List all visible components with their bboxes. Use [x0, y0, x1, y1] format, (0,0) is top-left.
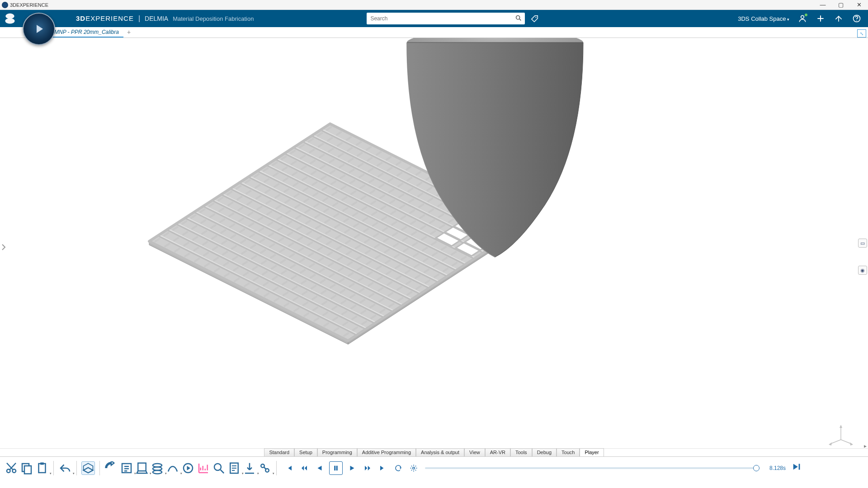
status-badge-icon — [805, 14, 807, 16]
skip-start-icon[interactable] — [283, 462, 295, 474]
section-tab-debug[interactable]: Debug — [532, 448, 557, 456]
play-icon — [37, 25, 43, 33]
ds-logo-icon — [3, 11, 17, 26]
collapse-panel-icon[interactable]: ⤡ — [857, 29, 866, 38]
section-tab-view[interactable]: View — [464, 448, 485, 456]
step-back-icon[interactable] — [298, 462, 310, 474]
tree-expand-handle[interactable] — [1, 238, 6, 256]
section-tab-analysis-output[interactable]: Analysis & output — [416, 448, 464, 456]
section-tab-standard[interactable]: Standard — [264, 448, 294, 456]
separator — [276, 461, 277, 475]
settings-icon[interactable] — [408, 462, 420, 474]
svg-point-2 — [536, 17, 537, 18]
play-reverse-icon[interactable] — [314, 462, 326, 474]
analysis-icon[interactable] — [197, 461, 210, 475]
compass-button[interactable] — [23, 13, 55, 45]
search-input[interactable] — [367, 15, 512, 22]
brand-app-name: Material Deposition Fabrication — [173, 15, 254, 22]
brand-delmia: DELMIA — [145, 15, 168, 22]
time-slider[interactable] — [425, 467, 760, 469]
side-tool-1[interactable]: ▭ — [858, 239, 867, 248]
add-icon[interactable] — [816, 14, 826, 23]
svg-line-1 — [519, 19, 521, 20]
brand-label: 3DEXPERIENCE | DELMIA Material Depositio… — [76, 14, 254, 23]
section-tab-ar-vr[interactable]: AR-VR — [485, 448, 510, 456]
svg-marker-470 — [840, 425, 842, 428]
share-icon[interactable] — [834, 14, 844, 23]
tab-add-button[interactable]: + — [123, 27, 134, 38]
export-icon[interactable] — [243, 461, 256, 475]
slicing-icon[interactable] — [151, 461, 164, 475]
pause-button[interactable] — [329, 461, 343, 475]
search-box[interactable] — [367, 13, 525, 24]
svg-point-483 — [153, 470, 162, 474]
window-maximize-button[interactable]: ▢ — [832, 1, 850, 8]
section-tabs: StandardSetupProgrammingAdditive Program… — [0, 448, 868, 456]
tag-icon[interactable] — [528, 14, 539, 23]
svg-rect-476 — [24, 466, 31, 474]
svg-point-7 — [856, 20, 857, 21]
play-forward-icon[interactable] — [346, 462, 358, 474]
copy-icon[interactable] — [20, 461, 33, 475]
user-profile-icon[interactable] — [797, 14, 807, 23]
svg-marker-472 — [829, 442, 832, 446]
paste-icon[interactable] — [35, 461, 49, 475]
orientation-triad[interactable] — [827, 424, 854, 446]
collab-space-dropdown[interactable]: 3DS Collab Space — [738, 15, 789, 22]
section-tab-touch[interactable]: Touch — [557, 448, 580, 456]
header-right: 3DS Collab Space — [738, 14, 868, 23]
tab-active-document[interactable]: MNP - PPR 20mm_Calibra — [50, 27, 123, 38]
simulate-icon[interactable] — [181, 461, 195, 475]
section-tab-tools[interactable]: Tools — [510, 448, 532, 456]
action-bar: 8.128s — [0, 456, 868, 479]
svg-rect-480 — [138, 463, 146, 471]
side-tool-2[interactable]: ◉ — [858, 266, 867, 275]
toolpath-icon[interactable] — [166, 461, 179, 475]
svg-rect-492 — [336, 465, 338, 470]
refresh-icon[interactable] — [104, 461, 118, 475]
svg-rect-478 — [40, 462, 44, 465]
brand-experience: EXPERIENCE — [85, 14, 134, 22]
viewport-3d[interactable]: ▭ ◉ ▸ — [0, 38, 868, 456]
svg-line-487 — [221, 469, 224, 473]
right-side-tools: ▭ ◉ — [858, 239, 867, 275]
cut-icon[interactable] — [5, 461, 18, 475]
window-minimize-button[interactable]: — — [814, 1, 832, 8]
separator — [76, 461, 77, 475]
report-icon[interactable] — [227, 461, 241, 475]
search-icon[interactable] — [512, 14, 525, 23]
process-icon[interactable] — [258, 461, 272, 475]
svg-point-493 — [413, 467, 415, 469]
section-tab-programming[interactable]: Programming — [317, 448, 357, 456]
extruder-nozzle — [405, 38, 585, 259]
jump-to-end-icon[interactable] — [792, 462, 802, 474]
svg-rect-477 — [39, 464, 46, 473]
step-forward-icon[interactable] — [362, 462, 373, 474]
brand-3d: 3D — [76, 14, 85, 22]
undo-icon[interactable] — [58, 461, 72, 475]
build-tray-icon[interactable] — [81, 461, 95, 475]
section-tab-player[interactable]: Player — [580, 448, 604, 456]
svg-point-3 — [801, 15, 804, 19]
app-header: 3DEXPERIENCE | DELMIA Material Depositio… — [0, 10, 868, 27]
machine-icon[interactable] — [135, 461, 149, 475]
separator — [99, 461, 100, 475]
help-icon[interactable] — [852, 14, 862, 23]
svg-rect-491 — [334, 465, 335, 470]
window-close-button[interactable]: ✕ — [850, 1, 868, 8]
svg-point-0 — [516, 15, 520, 19]
slider-knob[interactable] — [753, 465, 760, 471]
skip-end-icon[interactable] — [377, 462, 389, 474]
section-tab-setup[interactable]: Setup — [294, 448, 317, 456]
time-display: 8.128s — [769, 465, 786, 471]
inspect-icon[interactable] — [212, 461, 226, 475]
window-title: 3DEXPERIENCE — [10, 2, 48, 8]
svg-point-486 — [214, 464, 221, 470]
window-titlebar: 3DEXPERIENCE — ▢ ✕ — [0, 0, 868, 10]
app-icon — [2, 2, 8, 8]
program-icon[interactable] — [120, 461, 133, 475]
loop-icon[interactable] — [392, 462, 404, 474]
svg-marker-485 — [187, 466, 191, 470]
player-controls — [283, 461, 420, 475]
section-tab-additive-programming[interactable]: Additive Programming — [357, 448, 416, 456]
